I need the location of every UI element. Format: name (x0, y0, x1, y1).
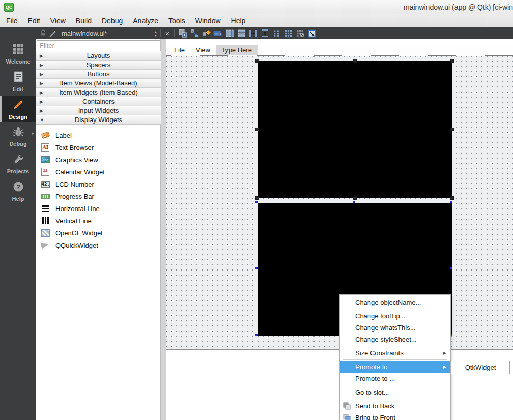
widget-qquick[interactable]: QQuickWidget (36, 239, 161, 251)
mode-edit[interactable]: Edit (0, 68, 36, 95)
widget-item-label: Label (55, 132, 72, 139)
menu-edit[interactable]: Edit (23, 15, 45, 26)
layout-vertically-icon[interactable] (236, 28, 247, 39)
resize-handle[interactable] (255, 334, 258, 336)
resize-handle[interactable] (450, 196, 454, 200)
close-document-icon[interactable]: × (163, 29, 172, 38)
resize-handle[interactable] (450, 59, 454, 63)
promote-to-submenu: QtkWidget (451, 361, 510, 374)
spinner-down-icon[interactable]: ▼ (154, 34, 158, 37)
menu-promote-to-dialog[interactable]: Promote to ... (340, 373, 450, 384)
menu-window[interactable]: Window (190, 15, 226, 26)
layout-vertical-splitter-icon[interactable] (259, 28, 271, 39)
mode-design[interactable]: Design (0, 96, 36, 122)
menu-change-tooltip[interactable]: Change toolTip... (340, 310, 450, 322)
widget-calendar[interactable]: 12Calendar Widget (36, 166, 161, 178)
menu-size-constraints[interactable]: Size Constraints▶ (340, 347, 450, 359)
submenu-qtkwidget[interactable]: QtkWidget (465, 364, 496, 371)
widget-item-label: Vertical Line (55, 217, 92, 225)
menu-build[interactable]: Build (71, 15, 97, 26)
resize-handle[interactable] (450, 267, 452, 269)
resize-handle[interactable] (255, 201, 258, 203)
resize-handle[interactable] (353, 196, 357, 200)
spinner-up-icon[interactable]: ▲ (154, 30, 158, 34)
menu-promote-to[interactable]: Promote to▶ (340, 361, 450, 373)
category-label: Buttons (87, 70, 109, 78)
menu-file[interactable]: File (1, 15, 23, 26)
category-layouts[interactable]: ▶Layouts (36, 51, 161, 61)
vertical-line-icon (41, 216, 50, 225)
menu-analyze-label: nalyze (138, 17, 158, 25)
widget-vertical-line[interactable]: Vertical Line (36, 215, 161, 227)
menu-change-objectname[interactable]: Change objectName... (340, 296, 450, 308)
form-menu-type-here[interactable]: Type Here (216, 45, 258, 55)
mode-welcome[interactable]: Welcome (0, 41, 36, 67)
menu-go-to-slot[interactable]: Go to slot... (340, 386, 450, 398)
horizontal-line-icon (41, 204, 50, 213)
widget-horizontal-line[interactable]: Horizontal Line (36, 202, 161, 215)
lock-icon[interactable] (40, 29, 47, 38)
layout-horizontally-icon[interactable] (224, 28, 236, 39)
menu-view[interactable]: View (45, 15, 71, 26)
layout-grid-icon[interactable] (282, 28, 294, 39)
category-containers[interactable]: ▶Containers (36, 97, 161, 106)
menu-change-whatsthis[interactable]: Change whatsThis... (340, 322, 450, 334)
category-item-widgets[interactable]: ▶Item Widgets (Item-Based) (36, 87, 161, 97)
mode-projects[interactable]: Projects (0, 151, 36, 177)
widget-graphics-view[interactable]: abcGraphics View (36, 154, 161, 166)
widget-filter-input[interactable] (37, 40, 160, 50)
menu-debug[interactable]: Debug (97, 15, 128, 26)
document-switcher-spinner[interactable]: ▲ ▼ (154, 30, 158, 37)
edit-document-pencil-icon[interactable] (47, 28, 59, 39)
resize-handle[interactable] (255, 128, 259, 131)
widget-opengl[interactable]: OpenGL Widget (36, 227, 161, 239)
mode-sidebar: Welcome Edit Design Debug ▸ Projects ? H… (0, 27, 36, 420)
category-label: Spacers (87, 61, 111, 69)
svg-text:123: 123 (214, 32, 221, 36)
menu-analyze[interactable]: Analyze (128, 15, 163, 26)
resize-handle[interactable] (255, 59, 259, 63)
debug-flyout-arrow-icon[interactable]: ▸ (32, 131, 34, 136)
category-label: Display Widgets (75, 116, 122, 124)
edit-widgets-icon[interactable] (177, 28, 189, 39)
category-buttons[interactable]: ▶Buttons (36, 69, 161, 79)
menu-change-stylesheet[interactable]: Change styleSheet... (340, 334, 450, 345)
widget-progress-bar[interactable]: Progress Bar (36, 190, 161, 202)
open-document-name[interactable]: mainwindow.ui* (62, 29, 107, 37)
lcd-number-icon: 42. (41, 179, 50, 189)
menu-bring-to-front[interactable]: Bring to Front (340, 412, 450, 420)
resize-handle[interactable] (255, 267, 258, 269)
resize-handle[interactable] (450, 128, 454, 131)
menu-item-label: Bring to Front (355, 414, 395, 420)
resize-handle[interactable] (353, 201, 355, 203)
category-display-widgets[interactable]: ▼Display Widgets (36, 115, 161, 125)
widget-text-browser[interactable]: AIText Browser (36, 141, 161, 154)
layout-horizontal-splitter-icon[interactable] (247, 28, 259, 39)
mode-help[interactable]: ? Help (0, 178, 36, 204)
edit-tab-order-icon[interactable]: 123 (212, 28, 224, 39)
adjust-size-icon[interactable] (306, 28, 318, 39)
mode-debug[interactable]: Debug ▸ (0, 123, 36, 149)
form-menu-file[interactable]: File (168, 45, 190, 55)
category-item-views[interactable]: ▶Item Views (Model-Based) (36, 78, 161, 88)
break-layout-icon[interactable] (294, 28, 306, 39)
resize-handle[interactable] (353, 59, 357, 63)
submenu-arrow-icon: ▶ (443, 361, 446, 373)
edit-signals-slots-icon[interactable] (189, 28, 201, 39)
menu-help[interactable]: Help (226, 15, 251, 26)
design-pencil-icon (12, 98, 24, 112)
layout-form-icon[interactable] (271, 28, 282, 39)
form-menu-view[interactable]: View (190, 45, 216, 55)
category-input-widgets[interactable]: ▶Input Widgets (36, 106, 161, 115)
widget-lcd-number[interactable]: 42.LCD Number (36, 178, 161, 190)
edit-buddies-icon[interactable] (201, 28, 212, 39)
menu-send-to-back[interactable]: Send to Back (340, 400, 450, 412)
resize-handle[interactable] (255, 196, 259, 200)
promoted-widget-top[interactable] (258, 61, 452, 198)
category-label: Item Views (Model-Based) (60, 79, 137, 87)
category-spacers[interactable]: ▶Spacers (36, 60, 161, 70)
menu-tools[interactable]: Tools (163, 15, 190, 26)
widget-label[interactable]: Label (36, 129, 161, 141)
menu-view-label: iew (55, 17, 66, 25)
resize-handle[interactable] (450, 201, 452, 203)
